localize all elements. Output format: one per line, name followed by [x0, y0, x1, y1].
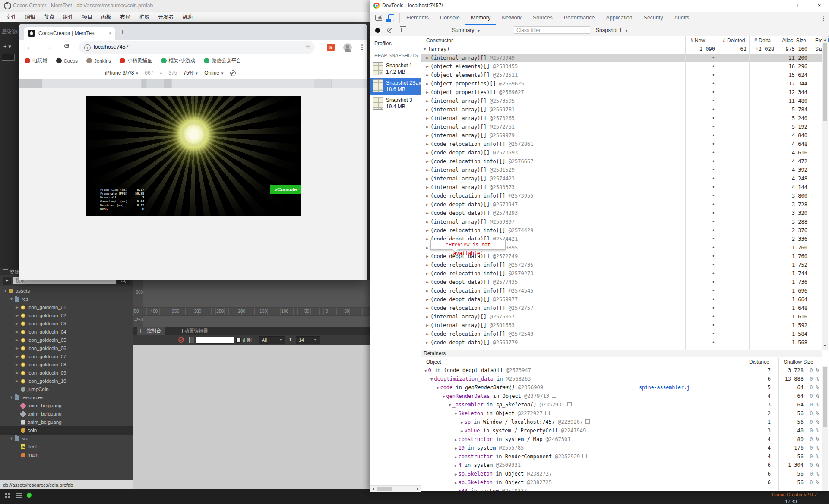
console-filter-input[interactable] — [196, 337, 234, 344]
devtools-tab-sources[interactable]: Sources — [527, 12, 558, 25]
device-width[interactable]: 667 — [145, 70, 153, 76]
heap-row[interactable]: ▶(internal array)[] @2573595•11 480 — [421, 97, 822, 105]
snapshot-select[interactable]: Snapshot 1 ▼ — [596, 26, 643, 35]
tab-close-icon[interactable]: × — [109, 30, 112, 36]
asset-item-icon_goldcoin_06[interactable]: ▶icon_goldcoin_06 — [0, 344, 133, 353]
font-size-select[interactable]: 14▼ — [296, 336, 320, 344]
retainers-vscrollbar[interactable] — [822, 366, 828, 491]
heap-row[interactable]: ▶(code relocation info)[] @2573955•3 800 — [421, 192, 822, 200]
device-select[interactable]: iPhone 6/7/8▼ — [105, 70, 139, 76]
heap-row[interactable]: ▶(code relocation info)[] @2576667•4 472 — [421, 157, 822, 166]
heap-row-root[interactable]: ▼(array)2 09062+2 028975 16041 080+934 0… — [421, 45, 822, 54]
devtools-tab-network[interactable]: Network — [496, 12, 527, 25]
reveal-icon[interactable] — [582, 454, 587, 458]
asset-item-resources[interactable]: ▼resources — [0, 394, 133, 402]
menu-item[interactable]: 帮助 — [178, 12, 197, 22]
devtools-tab-memory[interactable]: Memory — [465, 12, 496, 25]
heap-row[interactable]: ▶(object properties)[] @2569627•12 344 — [421, 88, 822, 97]
vconsole-button[interactable]: vConsole — [270, 185, 301, 194]
clear-console-icon[interactable] — [178, 337, 184, 343]
menu-item[interactable]: 扩展 — [135, 12, 154, 22]
heap-grid-header[interactable]: Constructor# New# Deleted# DeltaAlloc. S… — [421, 36, 822, 45]
menu-item[interactable]: 组件 — [59, 12, 78, 22]
grid-view-icon[interactable] — [5, 493, 10, 498]
maximize-button[interactable]: □ — [790, 0, 809, 11]
regex-checkbox[interactable] — [236, 338, 241, 343]
log-level-select[interactable]: All▼ — [259, 336, 285, 344]
asset-item-src[interactable]: ▼src — [0, 435, 133, 443]
devtools-tab-performance[interactable]: Performance — [558, 12, 601, 25]
heap-row[interactable]: ▶(internal array)[] @2572751•5 192 — [421, 123, 822, 131]
retainer-row[interactable]: ▶sp.Skeleton in Object @23827256560 %19 … — [421, 478, 822, 487]
network-select[interactable]: Online▼ — [204, 70, 224, 76]
reveal-icon[interactable] — [545, 411, 550, 415]
retainer-row[interactable]: ▼_assembler in sp_Skeleton() @2352931364… — [421, 400, 822, 409]
heap-row[interactable]: ▶(code relocation info)[] @2572543•1 584 — [421, 330, 822, 338]
menu-item[interactable]: 布局 — [116, 12, 135, 22]
zoom-select[interactable]: 75%▼ — [183, 70, 198, 76]
reveal-icon[interactable] — [567, 402, 572, 406]
heap-row[interactable]: ▶(code deopt data)[] @2573947•3 728 — [421, 200, 822, 209]
menu-item[interactable]: 项目 — [78, 12, 97, 22]
site-info-icon[interactable]: i — [84, 44, 91, 51]
heap-row[interactable]: ▶(code relocation info)[] @2572735•1 752 — [421, 261, 822, 269]
profile-avatar[interactable] — [343, 43, 352, 52]
menu-item[interactable]: 文件 — [2, 12, 21, 22]
asset-item-jumpCoin[interactable]: jumpCoin — [0, 385, 133, 394]
asset-item-icon_goldcoin_01[interactable]: ▶icon_goldcoin_01 — [0, 303, 133, 312]
heap-row[interactable]: ▶(internal array)[] @2569897•3 288 — [421, 217, 822, 226]
menu-item[interactable]: 节点 — [40, 12, 59, 22]
heap-row[interactable]: ▶(object elements)[] @2572511•15 624 — [421, 71, 822, 79]
take-snapshot-icon[interactable] — [375, 28, 380, 33]
asset-item-icon_goldcoin_02[interactable]: ▶icon_goldcoin_02 — [0, 312, 133, 320]
bookmark-Jenkins[interactable]: Jenkins — [86, 58, 111, 63]
chrome-menu-icon[interactable] — [361, 44, 363, 46]
assets-add-button[interactable]: + — [3, 277, 11, 285]
menu-item[interactable]: 开发者 — [154, 12, 178, 22]
heap-row[interactable]: ▶(code relocation info)[] @2574545•1 696 — [421, 287, 822, 295]
bookmark-star-icon[interactable]: ☆ — [305, 44, 310, 50]
retainer-row[interactable]: ▼genRenderDatas in Object @23797134640 %… — [421, 392, 822, 400]
asset-item-icon_goldcoin_10[interactable]: ▶icon_goldcoin_10 — [0, 377, 133, 385]
game-canvas[interactable]: Frame time (ms)0.17Framerate (FPS)59.85D… — [86, 96, 301, 216]
heap-row[interactable]: ▶(code relocation info)[] @2574429•2 376 — [421, 226, 822, 235]
heap-row[interactable]: ▶(internal array)[] @2574423•4 248 — [421, 174, 822, 183]
inspect-element-icon[interactable] — [375, 15, 382, 21]
devtools-tab-application[interactable]: Application — [600, 12, 638, 25]
heap-row[interactable]: ▶(object elements)[] @2583455•16 296 — [421, 62, 822, 71]
heap-row[interactable]: ▶(internal array)[] @2569781•5 784 — [421, 105, 822, 114]
retainers-header[interactable]: ObjectDistanceShallow SizeRetained Size — [421, 358, 822, 366]
device-height[interactable]: 375 — [168, 70, 177, 76]
tab-animation-editor[interactable]: 动画编辑器 — [175, 327, 212, 335]
device-toolbar-toggle-icon[interactable] — [388, 14, 394, 21]
back-button[interactable]: ← — [26, 43, 33, 50]
new-tab-button[interactable]: + — [120, 28, 124, 35]
retainer-row[interactable]: ▼0 in (code deopt data)[] @257394773 728… — [421, 366, 822, 375]
asset-item-coin[interactable]: coin — [0, 426, 133, 435]
reveal-icon[interactable] — [585, 419, 590, 424]
heap-row[interactable]: ▶(internal array)[] @2573949•21 200 — [421, 54, 822, 62]
close-button[interactable]: × — [810, 0, 829, 11]
asset-item-main[interactable]: main — [0, 451, 133, 459]
reload-button[interactable] — [64, 44, 69, 48]
source-link[interactable]: spine-assembler.js:162 — [639, 383, 689, 392]
address-bar[interactable]: i localhost:7457 ☆ — [79, 41, 315, 54]
retainer-row[interactable]: ▶4 in system @250933161 3040 %1 3040 % — [421, 461, 822, 469]
log-file-icon[interactable] — [189, 337, 194, 343]
heap-row[interactable]: ▶(code relocation info)[] @2572757•1 648 — [421, 304, 822, 312]
asset-item-Test[interactable]: JSTest — [0, 443, 133, 451]
perspective-select[interactable]: Summary ▼ — [452, 26, 489, 35]
snapshot-item-1[interactable]: %Snapshot 117.2 MB — [370, 60, 421, 78]
heap-vscrollbar[interactable] — [822, 36, 828, 350]
retainer-row[interactable]: ▼Skeleton in Object @22729272560 %1 8640… — [421, 409, 822, 418]
bookmark-微信公众平台[interactable]: 微信公众平台 — [204, 57, 241, 64]
retainer-row[interactable]: ▶sp in Window / localhost:7457 @22392071… — [421, 418, 822, 426]
asset-item-anim_beiguang[interactable]: anim_beiguang — [0, 410, 133, 418]
list-view-icon[interactable] — [16, 493, 22, 494]
devtools-menu-icon[interactable] — [823, 16, 824, 17]
retainer-row[interactable]: ▶constructor in RenderComponent @2352929… — [421, 452, 822, 461]
snapshot-item-2[interactable]: %Snapshot 2Save18.6 MB — [370, 78, 421, 95]
bookmark-电玩城[interactable]: 电玩城 — [25, 57, 47, 64]
retainer-row[interactable]: ▶constructor in system / Map @2467301480… — [421, 435, 822, 444]
asset-item-icon_goldcoin_08[interactable]: ▶icon_goldcoin_08 — [0, 361, 133, 369]
